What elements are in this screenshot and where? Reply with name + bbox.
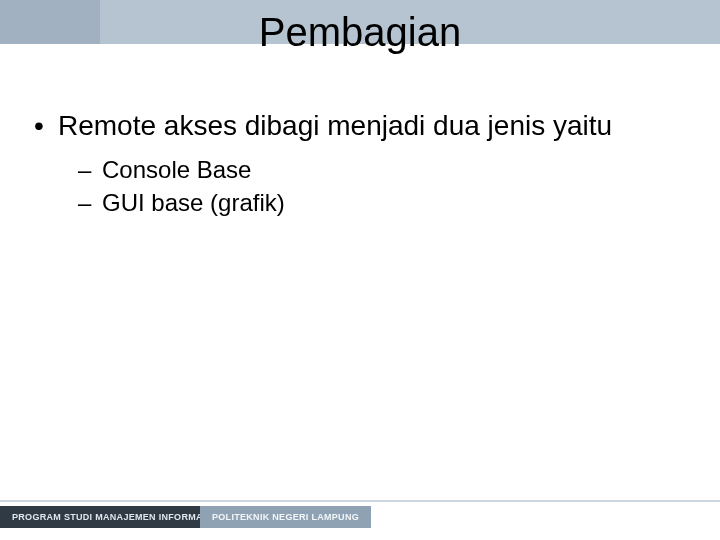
sub-bullet-list: –Console Base –GUI base (grafik) xyxy=(78,154,686,219)
bullet-level-1: •Remote akses dibagi menjadi dua jenis y… xyxy=(34,108,686,144)
sub-bullet-item: –Console Base xyxy=(78,154,686,186)
sub-bullet-item: –GUI base (grafik) xyxy=(78,187,686,219)
sub-bullet-text: GUI base (grafik) xyxy=(102,189,285,216)
footer-institution-label: POLITEKNIK NEGERI LAMPUNG xyxy=(200,506,371,528)
sub-bullet-text: Console Base xyxy=(102,156,251,183)
slide-title: Pembagian xyxy=(0,10,720,55)
bullet-dot-icon: • xyxy=(34,108,58,144)
bullet-text: Remote akses dibagi menjadi dua jenis ya… xyxy=(58,110,612,141)
dash-icon: – xyxy=(78,154,102,186)
slide-body: •Remote akses dibagi menjadi dua jenis y… xyxy=(34,108,686,219)
slide-footer: PROGRAM STUDI MANAJEMEN INFORMATIKA POLI… xyxy=(0,506,720,528)
dash-icon: – xyxy=(78,187,102,219)
footer-divider xyxy=(0,500,720,502)
